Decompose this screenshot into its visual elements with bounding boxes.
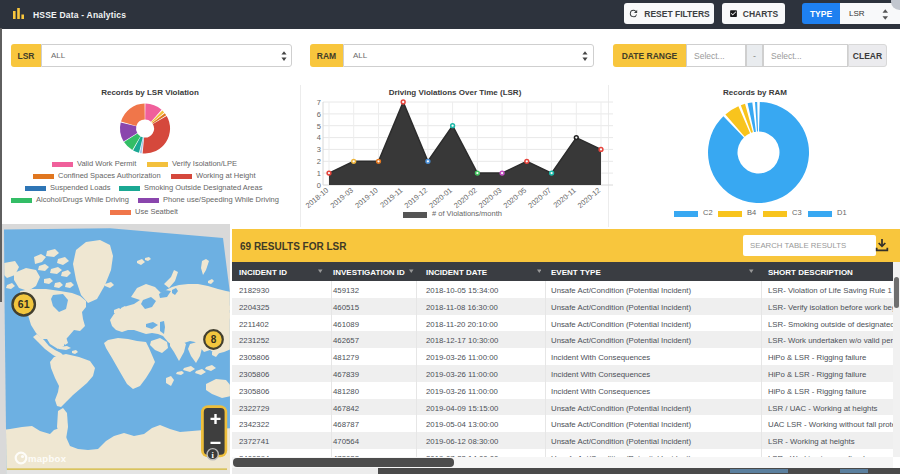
svg-text:61: 61 <box>18 298 30 310</box>
svg-text:2020-05: 2020-05 <box>502 186 529 210</box>
svg-text:2020-02: 2020-02 <box>452 186 479 210</box>
svg-text:5: 5 <box>317 122 321 131</box>
svg-text:2020-07: 2020-07 <box>526 186 553 210</box>
svg-text:2019-10: 2019-10 <box>353 186 380 210</box>
svg-text:1: 1 <box>317 169 321 178</box>
svg-text:2: 2 <box>317 157 321 166</box>
svg-text:2020-01: 2020-01 <box>427 186 454 210</box>
svg-text:3: 3 <box>317 145 321 154</box>
svg-text:2020-12: 2020-12 <box>576 186 603 210</box>
svg-text:6: 6 <box>317 110 321 119</box>
svg-text:2020-11: 2020-11 <box>551 186 577 210</box>
svg-text:2019-12: 2019-12 <box>403 186 430 210</box>
svg-text:2020-03: 2020-03 <box>477 186 504 210</box>
svg-text:7: 7 <box>317 98 321 107</box>
svg-text:2019-03: 2019-03 <box>328 186 355 210</box>
svg-text:mapbox: mapbox <box>28 453 67 464</box>
svg-text:8: 8 <box>211 334 217 345</box>
svg-text:2019-11: 2019-11 <box>378 186 404 210</box>
svg-text:4: 4 <box>317 133 321 142</box>
